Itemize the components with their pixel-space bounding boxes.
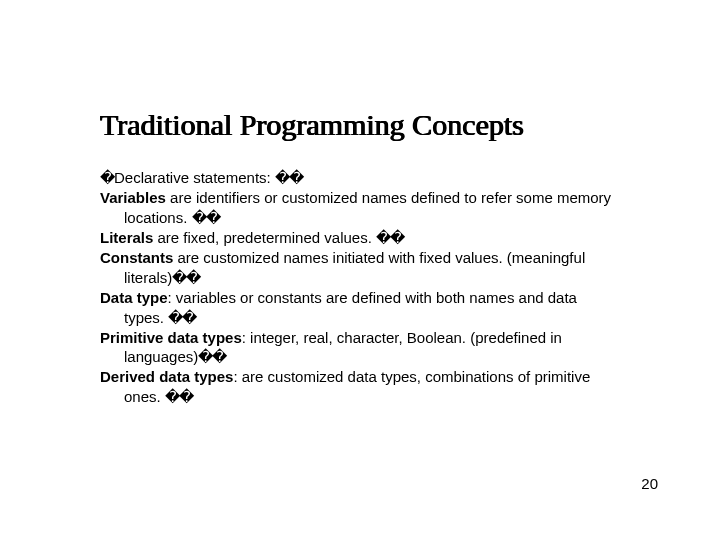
bullet-literals: Literals are fixed, predetermined values… (100, 228, 620, 248)
term: Primitive data types (100, 329, 242, 346)
slide-body: �Declarative statements: �� Variables ar… (100, 168, 620, 407)
term: Variables (100, 189, 166, 206)
bullet-primitive: Primitive data types: integer, real, cha… (100, 328, 620, 368)
trail-glyph: �� (198, 348, 226, 365)
trail-glyph: �� (376, 229, 404, 246)
term: Derived data types (100, 368, 233, 385)
bullet-data-type: Data type: variables or constants are de… (100, 288, 620, 328)
term: Literals (100, 229, 153, 246)
bullet-glyph: � (100, 169, 114, 186)
text: are fixed, predetermined values. (153, 229, 376, 246)
trail-glyph: �� (172, 269, 200, 286)
bullet-variables: Variables are identifiers or customized … (100, 188, 620, 228)
bullet-constants: Constants are customized names initiated… (100, 248, 620, 288)
bullet-declarative: �Declarative statements: �� (100, 168, 620, 188)
trail-glyph: �� (275, 169, 303, 186)
bullet-derived: Derived data types: are customized data … (100, 367, 620, 407)
trail-glyph: �� (168, 309, 196, 326)
term: Constants (100, 249, 173, 266)
term: Data type (100, 289, 168, 306)
trail-glyph: �� (192, 209, 220, 226)
slide: Traditional Programming Concepts �Declar… (0, 0, 720, 540)
slide-title: Traditional Programming Concepts (100, 108, 524, 142)
trail-glyph: �� (165, 388, 193, 405)
page-number: 20 (641, 475, 658, 492)
text: Declarative statements: (114, 169, 275, 186)
